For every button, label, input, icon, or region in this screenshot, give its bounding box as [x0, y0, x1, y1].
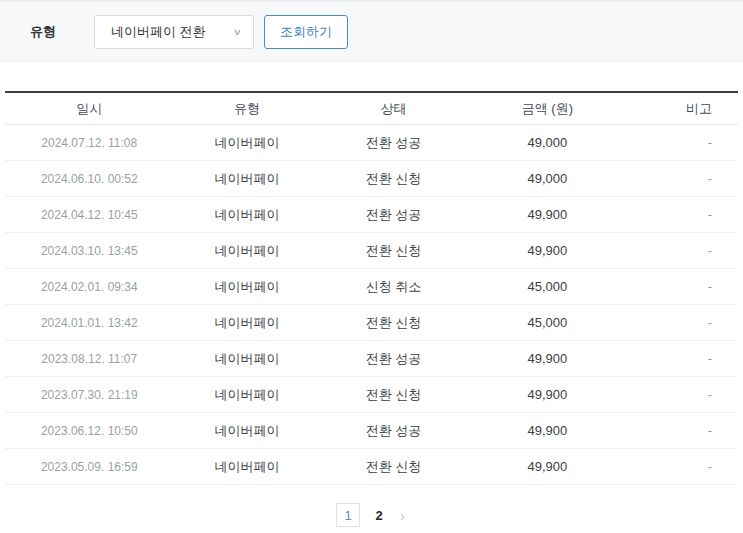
cell-amount: 49,900: [467, 459, 628, 474]
table-row: 2024.04.12. 10:45 네이버페이 전환 성공 49,900 -: [5, 197, 738, 233]
cell-note: -: [628, 316, 738, 330]
cell-type: 네이버페이: [174, 422, 321, 440]
cell-amount: 49,000: [467, 171, 628, 186]
table-row: 2023.06.12. 10:50 네이버페이 전환 성공 49,900 -: [5, 413, 738, 449]
cell-status: 전환 신청: [320, 314, 467, 332]
table-row: 2024.07.12. 11:08 네이버페이 전환 성공 49,000 -: [5, 125, 738, 161]
cell-amount: 49,900: [467, 243, 628, 258]
cell-note: -: [628, 172, 738, 186]
cell-status: 신청 취소: [320, 278, 467, 296]
cell-status: 전환 성공: [320, 350, 467, 368]
cell-type: 네이버페이: [174, 278, 321, 296]
cell-note: -: [628, 244, 738, 258]
table-row: 2024.01.01. 13:42 네이버페이 전환 신청 45,000 -: [5, 305, 738, 341]
cell-datetime: 2024.06.10. 00:52: [5, 172, 174, 186]
cell-type: 네이버페이: [174, 350, 321, 368]
cell-status: 전환 신청: [320, 170, 467, 188]
cell-note: -: [628, 388, 738, 402]
cell-amount: 49,900: [467, 387, 628, 402]
cell-status: 전환 신청: [320, 386, 467, 404]
cell-note: -: [628, 460, 738, 474]
cell-datetime: 2023.07.30. 21:19: [5, 388, 174, 402]
table-row: 2024.06.10. 00:52 네이버페이 전환 신청 49,000 -: [5, 161, 738, 197]
cell-type: 네이버페이: [174, 170, 321, 188]
table-row: 2023.07.30. 21:19 네이버페이 전환 신청 49,900 -: [5, 377, 738, 413]
cell-amount: 49,900: [467, 207, 628, 222]
cell-datetime: 2024.01.01. 13:42: [5, 316, 174, 330]
cell-status: 전환 성공: [320, 206, 467, 224]
cell-amount: 49,900: [467, 423, 628, 438]
header-status: 상태: [320, 100, 467, 118]
page-button-1[interactable]: 1: [336, 503, 360, 527]
type-select-value: 네이버페이 전환: [111, 23, 206, 41]
cell-datetime: 2024.04.12. 10:45: [5, 208, 174, 222]
cell-type: 네이버페이: [174, 242, 321, 260]
filter-bar: 유형 네이버페이 전환 ∨ 조회하기: [0, 0, 743, 62]
header-amount: 금액 (원): [467, 100, 628, 118]
page-button-2[interactable]: 2: [367, 503, 391, 527]
table-body: 2024.07.12. 11:08 네이버페이 전환 성공 49,000 - 2…: [5, 125, 738, 485]
cell-type: 네이버페이: [174, 314, 321, 332]
header-datetime: 일시: [5, 100, 174, 118]
table-row: 2023.05.09. 16:59 네이버페이 전환 신청 49,900 -: [5, 449, 738, 485]
cell-datetime: 2023.05.09. 16:59: [5, 460, 174, 474]
cell-type: 네이버페이: [174, 386, 321, 404]
cell-datetime: 2023.06.12. 10:50: [5, 424, 174, 438]
cell-type: 네이버페이: [174, 206, 321, 224]
table-row: 2024.03.10. 13:45 네이버페이 전환 신청 49,900 -: [5, 233, 738, 269]
cell-type: 네이버페이: [174, 134, 321, 152]
cell-datetime: 2024.07.12. 11:08: [5, 136, 174, 150]
pagination: 1 2 ›: [0, 503, 743, 527]
cell-status: 전환 신청: [320, 458, 467, 476]
cell-amount: 49,000: [467, 135, 628, 150]
cell-datetime: 2024.02.01. 09:34: [5, 280, 174, 294]
cell-status: 전환 신청: [320, 242, 467, 260]
cell-amount: 49,900: [467, 351, 628, 366]
cell-status: 전환 성공: [320, 134, 467, 152]
cell-type: 네이버페이: [174, 458, 321, 476]
table-header-row: 일시 유형 상태 금액 (원) 비고: [5, 91, 738, 125]
cell-amount: 45,000: [467, 279, 628, 294]
header-note: 비고: [628, 100, 738, 118]
search-button[interactable]: 조회하기: [264, 15, 348, 49]
cell-note: -: [628, 280, 738, 294]
cell-note: -: [628, 352, 738, 366]
next-page-icon[interactable]: ›: [398, 508, 407, 523]
transactions-table: 일시 유형 상태 금액 (원) 비고 2024.07.12. 11:08 네이버…: [5, 91, 738, 485]
cell-note: -: [628, 424, 738, 438]
table-row: 2024.02.01. 09:34 네이버페이 신청 취소 45,000 -: [5, 269, 738, 305]
cell-note: -: [628, 136, 738, 150]
cell-datetime: 2024.03.10. 13:45: [5, 244, 174, 258]
chevron-down-icon: ∨: [233, 27, 242, 37]
type-select-dropdown[interactable]: 네이버페이 전환 ∨: [94, 15, 254, 49]
header-type: 유형: [174, 100, 321, 118]
table-row: 2023.08.12. 11:07 네이버페이 전환 성공 49,900 -: [5, 341, 738, 377]
cell-amount: 45,000: [467, 315, 628, 330]
cell-note: -: [628, 208, 738, 222]
cell-status: 전환 성공: [320, 422, 467, 440]
cell-datetime: 2023.08.12. 11:07: [5, 352, 174, 366]
type-filter-label: 유형: [30, 23, 94, 41]
